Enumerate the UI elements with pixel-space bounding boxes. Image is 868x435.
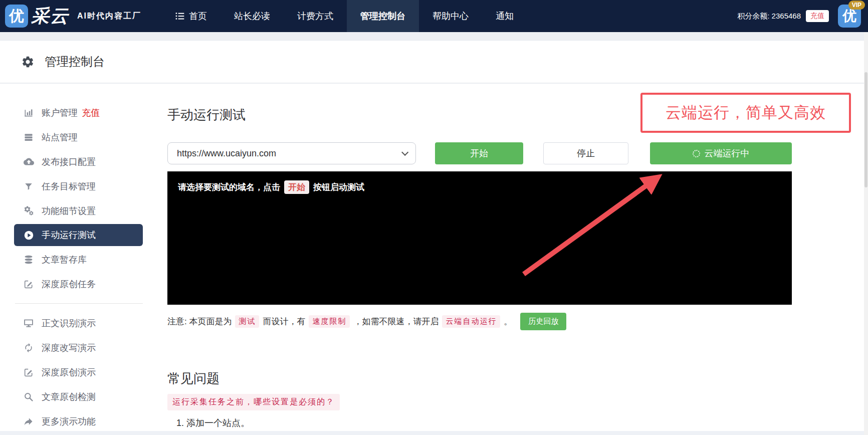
sidebar-item-article-buffer[interactable]: 文章暂存库 <box>14 247 143 272</box>
note-text: 而设计，有 <box>263 316 305 327</box>
console-output: 请选择要测试的域名，点击 开始 按钮启动测试 <box>167 171 792 305</box>
nav-item-home[interactable]: 首页 <box>161 0 221 32</box>
nav-item-label: 首页 <box>189 10 207 22</box>
note-code-speed-limit: 速度限制 <box>309 315 350 328</box>
edit-icon <box>23 279 34 289</box>
sidebar-item-body-recognition-demo[interactable]: 正文识别演示 <box>14 311 143 335</box>
recharge-badge[interactable]: 充值 <box>82 107 100 119</box>
nav-item-must-read[interactable]: 站长必读 <box>221 0 284 32</box>
sidebar-item-originality-check[interactable]: 文章原创检测 <box>14 384 143 409</box>
edit-square-icon <box>23 367 34 377</box>
chevron-down-icon <box>401 149 408 156</box>
funnel-icon <box>23 182 34 191</box>
bottom-strip <box>0 431 868 435</box>
sync-icon <box>23 343 34 353</box>
page-title: 管理控制台 <box>45 54 105 70</box>
note-code-test: 测试 <box>235 315 259 328</box>
sidebar: 账户管理 充值 站点管理 发布接口配置 任务目标管理 功能细节设置 <box>14 100 143 433</box>
nav-item-help[interactable]: 帮助中心 <box>419 0 482 32</box>
nav-item-label: 帮助中心 <box>432 10 469 22</box>
section-title: 手动运行测试 <box>167 106 246 124</box>
stop-button-label: 停止 <box>577 147 595 159</box>
page-header: 管理控制台 <box>0 40 868 83</box>
sidebar-item-deep-original-task[interactable]: 深度原创任务 <box>14 272 143 296</box>
start-button[interactable]: 开始 <box>435 142 523 164</box>
sidebar-item-label: 功能细节设置 <box>42 205 96 217</box>
page-root: 优 采云 AI时代内容工厂 首页 站长必读 计费方式 管理控制台 帮助中心 <box>0 0 868 435</box>
scrollbar[interactable] <box>864 32 868 435</box>
sidebar-item-label: 更多演示功能 <box>42 415 96 427</box>
nav-menu: 首页 站长必读 计费方式 管理控制台 帮助中心 通知 <box>161 0 527 32</box>
console-text: 按钮启动测试 <box>313 181 364 193</box>
nav-item-console[interactable]: 管理控制台 <box>347 0 419 32</box>
domain-select[interactable]: https://www.ucaiyun.com <box>167 142 416 164</box>
monitor-icon <box>23 318 34 328</box>
share-arrow-icon <box>23 416 34 426</box>
sidebar-item-label: 深度原创任务 <box>42 278 96 290</box>
console-text: 请选择要测试的域名，点击 <box>178 181 280 193</box>
faq-question[interactable]: 运行采集任务之前，哪些设置是必须的？ <box>167 394 340 410</box>
nav-item-notice[interactable]: 通知 <box>482 0 527 32</box>
console-start-pill: 开始 <box>284 180 309 194</box>
top-navbar: 优 采云 AI时代内容工厂 首页 站长必读 计费方式 管理控制台 帮助中心 <box>0 0 868 32</box>
sidebar-item-deep-rewrite-demo[interactable]: 深度改写演示 <box>14 335 143 360</box>
play-icon <box>23 230 34 241</box>
history-replay-button[interactable]: 历史回放 <box>520 313 566 330</box>
sidebar-divider <box>15 303 143 304</box>
sidebar-item-label: 手动运行测试 <box>42 229 96 241</box>
console-line: 请选择要测试的域名，点击 开始 按钮启动测试 <box>178 180 781 194</box>
brand-logo-text: 采云 <box>31 4 69 29</box>
sidebar-item-publish-api[interactable]: 发布接口配置 <box>14 149 143 174</box>
list-icon <box>175 11 185 21</box>
brand-logo[interactable]: 优 采云 AI时代内容工厂 <box>5 4 141 29</box>
points-balance: 积分余额: 2365468 <box>737 12 801 21</box>
sidebar-item-label: 发布接口配置 <box>42 156 96 168</box>
annotation-text: 云端运行，简单又高效 <box>666 102 826 123</box>
annotation-box: 云端运行，简单又高效 <box>640 93 851 133</box>
sidebar-item-label: 账户管理 <box>42 107 78 119</box>
start-button-label: 开始 <box>470 147 488 159</box>
nav-item-label: 计费方式 <box>297 10 333 22</box>
sidebar-item-sites[interactable]: 站点管理 <box>14 125 143 149</box>
search-icon <box>23 392 34 402</box>
note-text: ，如需不限速，请开启 <box>353 316 439 327</box>
scrollbar-thumb[interactable] <box>864 72 867 187</box>
database-icon <box>23 255 34 265</box>
sidebar-item-label: 深度原创演示 <box>42 366 96 378</box>
domain-select-value: https://www.ucaiyun.com <box>177 148 276 159</box>
nav-item-billing[interactable]: 计费方式 <box>284 0 347 32</box>
sidebar-item-label: 文章原创检测 <box>42 391 96 403</box>
sidebar-item-label: 深度改写演示 <box>42 342 96 354</box>
recharge-button[interactable]: 充值 <box>806 10 829 22</box>
sidebar-item-feature-settings[interactable]: 功能细节设置 <box>14 198 143 223</box>
note-text: 注意: 本页面是为 <box>167 316 232 327</box>
faq-title: 常见问题 <box>167 370 220 387</box>
note-code-cloud-auto-run: 云端自动运行 <box>442 315 500 328</box>
gear-icon <box>21 55 35 69</box>
nav-item-label: 站长必读 <box>234 10 270 22</box>
cloud-run-button[interactable]: 云端运行中 <box>650 142 792 164</box>
nav-item-label: 通知 <box>496 10 514 22</box>
bar-chart-icon <box>23 108 34 118</box>
note-text: 。 <box>504 316 512 327</box>
nav-right: 积分余额: 2365468 充值 优 VIP <box>737 5 861 28</box>
brand-tagline: AI时代内容工厂 <box>77 11 141 22</box>
sidebar-item-account[interactable]: 账户管理 充值 <box>14 100 143 125</box>
avatar[interactable]: 优 VIP <box>838 5 861 28</box>
sidebar-item-more-demos[interactable]: 更多演示功能 <box>14 409 143 433</box>
sidebar-item-deep-original-demo[interactable]: 深度原创演示 <box>14 360 143 384</box>
gears-icon <box>23 205 34 216</box>
stop-button[interactable]: 停止 <box>543 142 628 164</box>
vip-badge: VIP <box>848 1 865 10</box>
sidebar-item-label: 正文识别演示 <box>42 317 96 329</box>
sidebar-item-label: 任务目标管理 <box>42 180 96 192</box>
server-icon <box>23 132 34 142</box>
spinner-icon <box>693 150 700 157</box>
note-row: 注意: 本页面是为 测试 而设计，有 速度限制 ，如需不限速，请开启 云端自动运… <box>167 313 792 330</box>
sidebar-item-manual-run-test[interactable]: 手动运行测试 <box>14 224 143 246</box>
faq-list-item: 1. 添加一个站点。 <box>176 417 250 429</box>
sidebar-item-label: 站点管理 <box>42 131 78 143</box>
sidebar-item-task-targets[interactable]: 任务目标管理 <box>14 174 143 198</box>
cloud-upload-icon <box>23 156 34 167</box>
brand-logo-icon: 优 <box>5 5 28 28</box>
